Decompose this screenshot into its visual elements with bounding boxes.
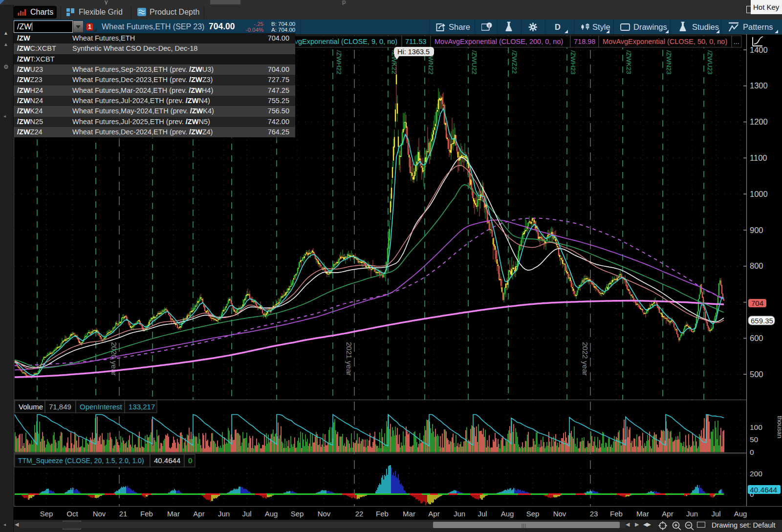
svg-text:800: 800 [750, 261, 763, 270]
svg-text:2021 year: 2021 year [345, 342, 353, 376]
svg-text:TTM_Squeeze (CLOSE, 20, 1.5, 2: TTM_Squeeze (CLOSE, 20, 1.5, 2.0, 1.0) [18, 457, 144, 465]
svg-text:Volume: Volume [19, 403, 43, 411]
svg-text:71,849: 71,849 [49, 403, 71, 411]
svg-text:MovAvgExponential (CLOSE, 200,: MovAvgExponential (CLOSE, 200, 0, no) [434, 38, 563, 45]
svg-text:Feb: Feb [140, 510, 153, 518]
svg-text:704: 704 [751, 299, 763, 307]
svg-text:Sep: Sep [40, 510, 53, 518]
svg-text:Aug: Aug [265, 510, 278, 518]
svg-text:/ZWH23: /ZWH23 [569, 50, 577, 75]
svg-text:100: 100 [750, 423, 762, 431]
svg-text:Jun: Jun [218, 510, 230, 518]
svg-text:Mar: Mar [403, 510, 415, 518]
svg-text:600: 600 [750, 334, 763, 342]
svg-text:Jun: Jun [686, 510, 698, 518]
svg-text:0: 0 [750, 448, 754, 456]
svg-text:133,217: 133,217 [129, 403, 155, 411]
svg-text:711.53: 711.53 [405, 38, 426, 45]
svg-text:718.98: 718.98 [574, 38, 595, 45]
svg-text:Oct: Oct [66, 510, 78, 518]
svg-text:Nov: Nov [93, 510, 106, 518]
svg-text:/ZWU23: /ZWU23 [706, 50, 714, 75]
svg-text:/ZWK23: /ZWK23 [625, 50, 632, 74]
svg-text:23: 23 [590, 510, 598, 518]
svg-text:200: 200 [750, 469, 762, 478]
svg-text:Apr: Apr [193, 510, 204, 518]
svg-text:Sep: Sep [526, 510, 540, 518]
svg-text:Hi: 1363.5: Hi: 1363.5 [397, 48, 430, 56]
svg-text:0: 0 [188, 456, 192, 465]
svg-text:Jul: Jul [242, 510, 251, 518]
svg-text:OpenInterest: OpenInterest [80, 403, 123, 411]
svg-text:Nov: Nov [553, 510, 566, 518]
svg-text:Mar: Mar [167, 510, 180, 518]
svg-text:1100: 1100 [750, 153, 767, 162]
svg-text:1000: 1000 [750, 190, 768, 198]
svg-text:/ZWZ22: /ZWZ22 [511, 50, 518, 74]
svg-text:Apr: Apr [662, 510, 673, 518]
svg-text:Jun: Jun [454, 510, 465, 518]
svg-text:659.35: 659.35 [751, 317, 773, 325]
svg-text:22: 22 [355, 510, 364, 518]
svg-text:Mar: Mar [636, 510, 649, 518]
svg-text:2022 year: 2022 year [581, 342, 589, 376]
svg-text:Sep: Sep [291, 510, 304, 518]
svg-text:500: 500 [750, 370, 763, 379]
svg-text:Aug: Aug [734, 510, 747, 518]
svg-text:1400: 1400 [750, 45, 768, 54]
svg-text:40.4644: 40.4644 [154, 456, 180, 465]
svg-text:thousan: thousan [776, 416, 782, 438]
svg-text:21: 21 [119, 510, 128, 518]
svg-text:/ZWH22: /ZWH22 [335, 50, 343, 75]
svg-text:MovAvgExponential (CLOSE, 50,: MovAvgExponential (CLOSE, 50, 0, no) [603, 38, 727, 45]
svg-text:50: 50 [750, 435, 759, 444]
svg-text:/ZWU22: /ZWU22 [471, 50, 478, 75]
svg-text:Feb: Feb [610, 510, 623, 518]
svg-text:1200: 1200 [750, 117, 768, 126]
svg-text:900: 900 [750, 226, 763, 234]
svg-text:...: ... [734, 38, 739, 45]
svg-text:Aug: Aug [501, 510, 514, 518]
svg-text:!: ! [488, 23, 490, 28]
svg-text:Jul: Jul [711, 510, 720, 518]
svg-text:Apr: Apr [428, 510, 439, 518]
svg-text:1300: 1300 [750, 81, 768, 90]
svg-text:40.4644: 40.4644 [750, 486, 777, 494]
svg-text:Jul: Jul [478, 510, 487, 518]
svg-text:Nov: Nov [318, 510, 331, 518]
svg-text:Feb: Feb [376, 510, 389, 518]
svg-text:/ZWN23: /ZWN23 [665, 50, 673, 75]
